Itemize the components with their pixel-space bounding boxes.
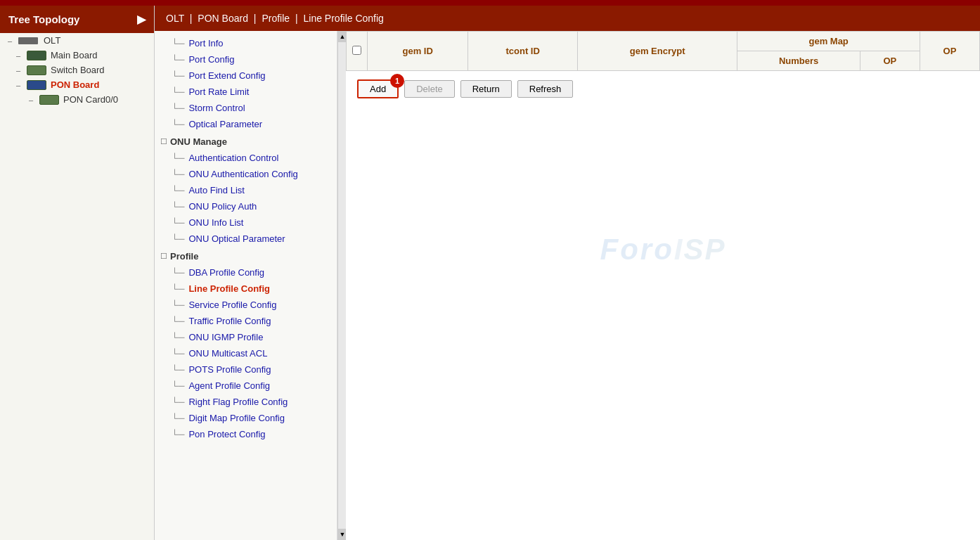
tree-node-olt[interactable]: – OLT xyxy=(0,33,154,48)
menu-item-onu-optical-param[interactable]: └─ ONU Optical Parameter xyxy=(155,231,337,247)
top-bar xyxy=(0,0,980,6)
th-gem-map-op: OP xyxy=(860,51,920,71)
menu-item-service-profile-config[interactable]: └─ Service Profile Config xyxy=(155,297,337,313)
menu-item-traffic-profile-config[interactable]: └─ Traffic Profile Config xyxy=(155,313,337,329)
olt-label: OLT xyxy=(44,35,60,46)
pon-board-icon xyxy=(27,80,46,90)
profile-section: ☐ Profile └─ DBA Profile Config └─ Line … xyxy=(155,248,337,442)
expand-icon-pon-board: – xyxy=(14,81,22,89)
menu-item-onu-policy-auth[interactable]: └─ ONU Policy Auth xyxy=(155,198,337,214)
middle-section: └─ Port Info └─ Port Config └─ Port Exte… xyxy=(155,31,346,540)
breadcrumb: OLT | PON Board | Profile | Line Profile… xyxy=(155,6,980,31)
select-all-checkbox[interactable] xyxy=(352,46,361,55)
th-gem-encrypt: gem Encrypt xyxy=(577,32,737,71)
olt-device-icon xyxy=(18,37,38,44)
pon-card-label: PON Card0/0 xyxy=(63,94,118,105)
switch-board-label: Switch Board xyxy=(51,65,105,75)
watermark: ForoISP xyxy=(600,229,726,267)
switch-board-icon xyxy=(27,65,46,75)
tree-node-pon-card[interactable]: – PON Card0/0 xyxy=(0,92,154,107)
onu-manage-section: ☐ ONU Manage └─ Authentication Control └… xyxy=(155,134,337,247)
th-gem-map-group: gem Map xyxy=(737,32,920,51)
breadcrumb-profile[interactable]: Profile xyxy=(262,13,290,24)
menu-item-auto-find-list[interactable]: └─ Auto Find List xyxy=(155,182,337,198)
data-table: gem ID tcont ID gem Encrypt gem Map xyxy=(346,31,980,71)
main-board-icon xyxy=(27,51,46,60)
breadcrumb-olt[interactable]: OLT xyxy=(166,13,184,24)
add-button-container: Add 1 xyxy=(357,79,399,98)
th-gem-id: gem ID xyxy=(368,32,468,71)
menu-item-port-rate-limit[interactable]: └─ Port Rate Limit xyxy=(155,84,337,100)
menu-item-agent-profile-config[interactable]: └─ Agent Profile Config xyxy=(155,378,337,394)
tree-node-main-board[interactable]: – Main Board xyxy=(0,48,154,63)
menu-item-dba-profile-config[interactable]: └─ DBA Profile Config xyxy=(155,264,337,281)
menu-item-port-info[interactable]: └─ Port Info xyxy=(155,35,337,51)
add-badge: 1 xyxy=(390,74,404,88)
onu-manage-title: ONU Manage xyxy=(170,136,227,147)
sidebar-collapse-icon[interactable]: ▶ xyxy=(137,13,146,26)
expand-icon-pon-card: – xyxy=(27,96,35,104)
menu-item-port-extend-config[interactable]: └─ Port Extend Config xyxy=(155,68,337,84)
menu-item-pots-profile-config[interactable]: └─ POTS Profile Config xyxy=(155,361,337,378)
menu-item-line-profile-config[interactable]: └─ Line Profile Config xyxy=(155,281,337,297)
profile-section-header[interactable]: ☐ Profile xyxy=(155,248,337,264)
th-tcont-id: tcont ID xyxy=(468,32,577,71)
main-board-label: Main Board xyxy=(51,50,97,60)
onu-manage-expand-icon: ☐ xyxy=(160,137,167,146)
th-gem-map-numbers: Numbers xyxy=(737,51,860,71)
action-bar: Add 1 Delete Return Refresh xyxy=(346,71,980,107)
menu-item-digit-map-profile-config[interactable]: └─ Digit Map Profile Config xyxy=(155,410,337,426)
pon-card-icon xyxy=(39,95,59,105)
content-area: OLT | PON Board | Profile | Line Profile… xyxy=(155,6,980,540)
th-checkbox xyxy=(347,32,368,71)
scroll-track xyxy=(338,42,346,529)
menu-item-pon-protect-config[interactable]: └─ Pon Protect Config xyxy=(155,426,337,442)
main-panel: gem ID tcont ID gem Encrypt gem Map xyxy=(346,31,980,540)
breadcrumb-pon-board[interactable]: PON Board xyxy=(198,13,248,24)
sidebar-header: Tree Topology ▶ xyxy=(0,6,154,33)
th-op: OP xyxy=(920,32,979,71)
menu-item-right-flag-profile-config[interactable]: └─ Right Flag Profile Config xyxy=(155,394,337,410)
menu-item-onu-igmp-profile[interactable]: └─ ONU IGMP Profile xyxy=(155,329,337,345)
main-layout: Tree Topology ▶ – OLT – Main Board – Swi… xyxy=(0,6,980,540)
breadcrumb-line-profile-config[interactable]: Line Profile Config xyxy=(303,13,383,24)
profile-expand-icon: ☐ xyxy=(160,252,167,261)
sidebar: Tree Topology ▶ – OLT – Main Board – Swi… xyxy=(0,6,155,540)
menu-item-auth-control[interactable]: └─ Authentication Control xyxy=(155,150,337,166)
middle-menu: └─ Port Info └─ Port Config └─ Port Exte… xyxy=(155,31,337,540)
pon-board-label: PON Board xyxy=(51,79,99,90)
menu-item-onu-auth-config[interactable]: └─ ONU Authentication Config xyxy=(155,166,337,182)
watermark-area: ForoISP xyxy=(346,107,980,388)
menu-item-optical-parameter[interactable]: └─ Optical Parameter xyxy=(155,116,337,132)
menu-item-onu-multicast-acl[interactable]: └─ ONU Multicast ACL xyxy=(155,345,337,361)
refresh-button[interactable]: Refresh xyxy=(517,80,574,98)
onu-manage-header[interactable]: ☐ ONU Manage xyxy=(155,134,337,150)
port-menu-section: └─ Port Info └─ Port Config └─ Port Exte… xyxy=(155,35,337,132)
scroll-up-arrow[interactable]: ▲ xyxy=(338,31,346,42)
content-body: └─ Port Info └─ Port Config └─ Port Exte… xyxy=(155,31,980,540)
table-header-row-1: gem ID tcont ID gem Encrypt gem Map xyxy=(347,32,980,51)
profile-section-title: Profile xyxy=(170,251,198,262)
middle-scrollbar[interactable]: ▲ ▼ xyxy=(337,31,346,540)
tree-node-pon-board[interactable]: – PON Board xyxy=(0,77,154,92)
menu-item-port-config[interactable]: └─ Port Config xyxy=(155,51,337,68)
expand-icon-switch-board: – xyxy=(14,66,22,75)
scroll-down-arrow[interactable]: ▼ xyxy=(338,529,346,540)
menu-item-storm-control[interactable]: └─ Storm Control xyxy=(155,100,337,116)
delete-button[interactable]: Delete xyxy=(404,80,455,98)
expand-icon-main-board: – xyxy=(14,51,22,60)
sidebar-title: Tree Topology xyxy=(8,13,79,25)
menu-item-onu-info-list[interactable]: └─ ONU Info List xyxy=(155,214,337,231)
tree-node-switch-board[interactable]: – Switch Board xyxy=(0,63,154,77)
expand-icon-olt: – xyxy=(6,37,14,45)
return-button[interactable]: Return xyxy=(460,80,512,98)
